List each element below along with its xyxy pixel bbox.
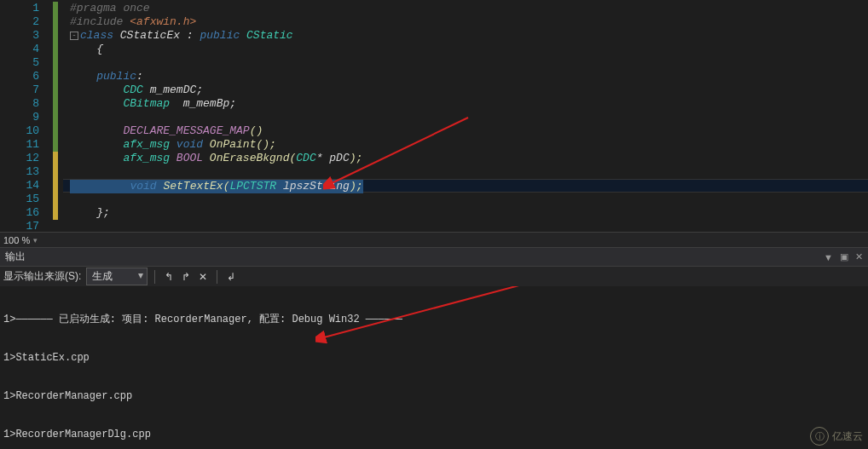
output-source-combo[interactable]: 生成 [86, 268, 148, 285]
output-panel-header[interactable]: 输出 ▼ ▣ ✕ [0, 247, 868, 266]
code-content[interactable]: #pragma once #include <afxwin.h> -class … [63, 0, 868, 232]
close-icon[interactable]: ✕ [855, 251, 863, 262]
output-panel-title: 输出 [5, 250, 817, 264]
output-source-label: 显示输出来源(S): [3, 269, 81, 284]
goto-prev-icon[interactable]: ↰ [162, 270, 176, 284]
change-indicator-bar [51, 0, 63, 232]
toggle-wrap-icon[interactable]: ↲ [224, 270, 238, 284]
svg-line-3 [324, 286, 529, 337]
goto-next-icon[interactable]: ↱ [179, 270, 193, 284]
output-toolbar: 显示输出来源(S): 生成 ↰ ↱ ✕ ↲ [0, 266, 868, 286]
zoom-bar[interactable]: 100 % ▾ [0, 232, 868, 247]
output-line: 1>StaticEx.cpp [3, 352, 865, 365]
watermark: ⓘ 亿速云 [810, 427, 863, 446]
line-number-gutter: 1 2 3 4 5 6 7 8 9 10 11 12 13 14 15 16 1… [0, 0, 51, 232]
output-line: 1>—————— 已启动生成: 项目: RecorderManager, 配置:… [3, 314, 865, 326]
code-editor[interactable]: 1 2 3 4 5 6 7 8 9 10 11 12 13 14 15 16 1… [0, 0, 868, 232]
fold-toggle-icon[interactable]: - [70, 32, 78, 40]
zoom-level[interactable]: 100 % [3, 235, 30, 245]
pin-icon[interactable]: ▣ [840, 251, 848, 262]
output-line: 1>RecorderManagerDlg.cpp [3, 429, 865, 441]
output-line: 1>RecorderManager.cpp [3, 390, 865, 403]
selected-line[interactable]: void SetTextEx(LPCTSTR lpszString); [70, 180, 363, 193]
clear-icon[interactable]: ✕ [196, 270, 210, 284]
watermark-icon: ⓘ [810, 427, 829, 446]
dropdown-icon[interactable]: ▼ [824, 252, 833, 262]
zoom-dropdown-icon[interactable]: ▾ [33, 236, 38, 245]
output-body[interactable]: 1>—————— 已启动生成: 项目: RecorderManager, 配置:… [0, 286, 868, 449]
